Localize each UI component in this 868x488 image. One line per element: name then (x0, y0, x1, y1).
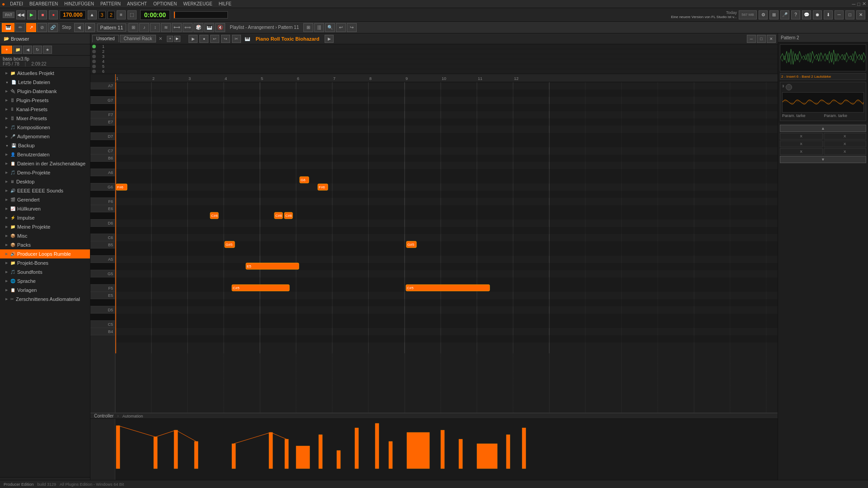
piano-key-E5[interactable]: E5 (90, 292, 115, 299)
browser-item-25[interactable]: ✂Zerschnittenes Audiomaterial (0, 295, 90, 304)
unsorted-tab[interactable]: Unsorted (92, 35, 119, 42)
piano-key-Cs7[interactable] (90, 140, 115, 147)
reverse-tool[interactable]: ⟺ (183, 23, 193, 32)
browse-folder-btn[interactable]: 📁 (13, 46, 22, 54)
browser-item-4[interactable]: 🎚Kanal-Presets (0, 105, 90, 114)
piano-key-Ds5[interactable] (90, 299, 115, 306)
minimize-btn[interactable]: ─ (852, 1, 856, 7)
piano-roll-mode-btn[interactable]: 🎹 (2, 23, 14, 32)
pr-scissors[interactable]: ✂ (232, 35, 241, 43)
pattern-selector[interactable]: Pattern 11 (97, 23, 127, 32)
piano-key-F5[interactable]: F5 (90, 285, 115, 292)
note-G5-2[interactable]: G#5 (406, 241, 416, 248)
transport-minimize[interactable]: ─ (835, 10, 844, 19)
progress-bar[interactable] (174, 11, 228, 19)
note-G6[interactable]: G6 (300, 177, 309, 183)
note-grid[interactable]: F#6 G6 F#6 (115, 82, 778, 413)
close-channel-btn[interactable]: ✕ (159, 36, 162, 41)
piano-key-A5[interactable]: A5 (90, 256, 115, 263)
piano-key-B4[interactable]: B4 (90, 328, 115, 335)
menu-datei[interactable]: DATEI (9, 1, 24, 6)
browser-item-15[interactable]: 📈Hüllkurven (0, 204, 90, 213)
right-scroll-down[interactable]: ▼ (780, 156, 866, 163)
note-E5[interactable]: E5 (246, 263, 299, 269)
note-F6-1[interactable]: F#6 (116, 184, 127, 190)
cpu-monitor[interactable]: 587 MB (739, 10, 757, 19)
piano-key-Gs5[interactable] (90, 263, 115, 270)
note-C5-2[interactable]: C#5 (406, 285, 490, 291)
sidebar-fav-btn[interactable]: ★ (43, 46, 52, 54)
browser-item-18[interactable]: 📦Misc (0, 231, 90, 240)
browser-item-9[interactable]: 👤Benutzerdaten (0, 150, 90, 159)
piano-key-Fs5[interactable] (90, 277, 115, 285)
rewind-btn[interactable]: ◀◀ (16, 10, 25, 19)
pr-record-btn[interactable]: ● (199, 35, 208, 43)
piano-key-C6[interactable]: C6 (90, 234, 115, 241)
pr-grid-btn[interactable]: ||| (314, 23, 324, 32)
browser-item-8[interactable]: 💾Backup (0, 141, 90, 150)
piano-key-G7[interactable]: G7 (90, 97, 115, 104)
piano-key-As6[interactable] (90, 162, 115, 169)
param-knob-1[interactable] (786, 84, 792, 90)
piano-key-Gs6[interactable] (90, 176, 115, 183)
transport-maximize[interactable]: □ (845, 10, 854, 19)
note-F6-2[interactable]: F#6 (318, 184, 328, 190)
pr-undo-btn[interactable]: ↩ (336, 23, 346, 32)
patterns-btn[interactable]: ⊞ (769, 10, 778, 19)
browser-item-2[interactable]: 🔌Plugin-Datenbank (0, 87, 90, 96)
pr-maximize[interactable]: □ (757, 35, 766, 43)
sidebar-back-btn[interactable]: ◀ (23, 46, 32, 54)
stamp-tool[interactable]: ⊞ (128, 23, 138, 32)
channel-rack-btn[interactable]: Channel Rack (120, 35, 156, 42)
piano-key-As5[interactable] (90, 249, 115, 256)
beat-up-btn[interactable]: ▲ (88, 10, 97, 19)
controller-bars[interactable] (115, 419, 778, 488)
pr-play-btn[interactable]: ▶ (189, 35, 198, 43)
piano-key-Fs6[interactable] (90, 191, 115, 198)
add-channel-btn[interactable]: + (167, 36, 173, 42)
chord-tool[interactable]: ♪ (139, 23, 149, 32)
piano-key-A7[interactable]: A7 (90, 82, 115, 89)
mic-btn[interactable]: 🎤 (780, 10, 789, 19)
channel-led-2[interactable] (92, 55, 96, 58)
browser-item-14[interactable]: 🎬Gerendert (0, 195, 90, 204)
menu-ansicht[interactable]: ANSICHT (126, 1, 148, 6)
help-btn[interactable]: ? (791, 10, 800, 19)
browser-item-16[interactable]: ⚡Impulse (0, 213, 90, 222)
step-right-btn[interactable]: ▶ (85, 23, 95, 32)
browser-item-6[interactable]: 🎵Kompositionen (0, 123, 90, 132)
piano-key-Ds7[interactable] (90, 126, 115, 133)
browser-item-17[interactable]: 📁Meine Projekte (0, 222, 90, 231)
piano-key-G6[interactable]: G6 (90, 183, 115, 191)
browser-item-0[interactable]: 📁Aktuelles Projekt (0, 69, 90, 78)
channel-btn[interactable]: ⬚ (127, 10, 137, 19)
pr-undo-small[interactable]: ↩ (210, 35, 219, 43)
menu-hinzufuegen[interactable]: HINZUFÜGEN (63, 1, 95, 6)
browser-item-12[interactable]: 🖥Desktop (0, 177, 90, 186)
playlist-small-btn[interactable]: ▶ (174, 36, 180, 42)
browser-item-5[interactable]: 🎛Mixer-Presets (0, 114, 90, 123)
play-btn[interactable]: ▶ (27, 10, 36, 19)
channel-led-0[interactable] (92, 45, 96, 48)
piano-key-Gs7[interactable] (90, 89, 115, 97)
pr-redo-btn[interactable]: ↪ (347, 23, 357, 32)
browser-item-20[interactable]: 🔊Producer Loops Rumble (0, 249, 90, 258)
channel-led-4[interactable] (92, 65, 96, 68)
note-C6-1[interactable]: C#6 (210, 212, 218, 219)
browser-item-10[interactable]: 📋Dateien in der Zwischenablage (0, 159, 90, 168)
magnet-tool[interactable]: 🔗 (48, 23, 58, 32)
pr-redo-small[interactable]: ↪ (221, 35, 230, 43)
piano-key-C7[interactable]: C7 (90, 147, 115, 155)
pr-zoom-btn[interactable]: 🔍 (325, 23, 335, 32)
piano-key-E7[interactable]: E7 (90, 118, 115, 126)
menu-bearbeiten[interactable]: BEARBEITEN (28, 1, 59, 6)
browser-item-1[interactable]: 📄Letzte Dateien (0, 78, 90, 87)
right-scroll-up[interactable]: ▲ (780, 125, 866, 132)
record-btn[interactable]: ● (49, 10, 58, 19)
add-item-btn[interactable]: + (1, 46, 12, 54)
piano-key-D5[interactable]: D5 (90, 306, 115, 314)
arp-tool[interactable]: ↕ (150, 23, 160, 32)
browser-item-22[interactable]: 🎵Soundfonts (0, 267, 90, 277)
piano-key-E6[interactable]: E6 (90, 205, 115, 212)
chat-btn[interactable]: 💬 (802, 10, 811, 19)
